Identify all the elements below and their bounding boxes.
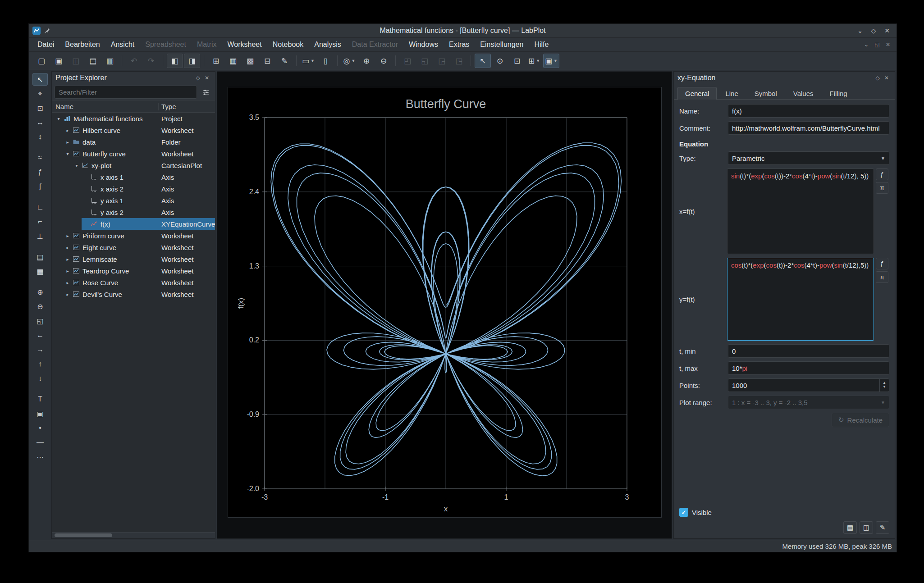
filter-options-icon[interactable] <box>200 86 212 98</box>
menu-datei[interactable]: Datei <box>32 39 59 50</box>
menu-windows[interactable]: Windows <box>404 39 443 50</box>
add-point-tool[interactable]: • <box>32 422 48 434</box>
menu-notebook[interactable]: Notebook <box>268 39 309 50</box>
maximize-button[interactable]: ◇ <box>868 26 879 36</box>
navigate-mode-button[interactable]: ⊙ <box>492 54 508 68</box>
column-header-type[interactable]: Type <box>158 103 215 110</box>
zoom-y-select-tool[interactable]: ↕ <box>32 131 48 143</box>
chevron-down-icon[interactable]: ▼ <box>536 59 540 63</box>
zoom-button[interactable]: ◎▼ <box>341 54 357 68</box>
tmin-field[interactable]: 0 <box>728 344 889 358</box>
close-button[interactable]: ✕ <box>881 26 893 36</box>
add-reference-line-tool[interactable]: ― <box>32 436 48 449</box>
print-preview-button[interactable]: ▥ <box>102 54 118 68</box>
mdi-close-button[interactable]: ✕ <box>883 40 893 49</box>
save-icon-button[interactable]: ◫ <box>860 521 873 534</box>
add-image-tool[interactable]: ▣ <box>32 407 48 420</box>
insert-constant-button[interactable]: π <box>876 182 888 194</box>
expander-icon[interactable]: ▾ <box>55 116 63 121</box>
menu-hilfe[interactable]: Hilfe <box>529 39 553 50</box>
pin-icon[interactable] <box>44 27 50 34</box>
tree-item-y-axis-1[interactable]: y axis 1Axis <box>52 195 215 206</box>
expander-icon[interactable]: ▾ <box>64 151 72 156</box>
expander-icon[interactable]: ▸ <box>64 140 72 145</box>
menu-bearbeiten[interactable]: Bearbeiten <box>60 39 105 50</box>
new-matrix-button[interactable]: ▦ <box>225 54 241 68</box>
add-curve-tool[interactable]: ≈ <box>32 151 48 164</box>
shift-left-tool[interactable]: ← <box>32 329 48 342</box>
export-data-button[interactable]: ⊟ <box>259 54 275 68</box>
zoom-fit-tool[interactable]: ◱ <box>32 314 48 327</box>
import-data-button[interactable]: ▩ <box>242 54 258 68</box>
expander-icon[interactable]: ▸ <box>64 257 72 262</box>
menu-worksheet[interactable]: Worksheet <box>223 39 267 50</box>
zoom-x-select-tool[interactable]: ↔ <box>32 116 48 129</box>
expander-icon[interactable]: ▸ <box>64 245 72 250</box>
tree-item-lemniscate[interactable]: ▸LemniscateWorksheet <box>52 253 215 265</box>
tree-item-teardrop-curve[interactable]: ▸Teardrop CurveWorksheet <box>52 265 215 277</box>
chevron-down-icon[interactable]: ▼ <box>351 59 355 63</box>
file-icon-button[interactable]: ▤ <box>843 521 857 534</box>
tile-windows-button[interactable]: ◧ <box>167 54 183 68</box>
mdi-minimize-button[interactable]: ⌄ <box>861 40 871 49</box>
scrollbar-thumb[interactable] <box>55 533 112 537</box>
chevron-down-icon[interactable]: ▼ <box>311 59 315 63</box>
tree-item-mathematical-functions[interactable]: ▾Mathematical functionsProject <box>52 113 215 124</box>
insert-constant-button[interactable]: π <box>876 271 888 283</box>
expander-icon[interactable]: ▸ <box>64 292 72 297</box>
more-tools[interactable]: ⋯ <box>32 451 48 463</box>
tree-item-rose-curve[interactable]: ▸Rose CurveWorksheet <box>52 277 215 288</box>
menu-ansicht[interactable]: Ansicht <box>106 39 139 50</box>
menu-extras[interactable]: Extras <box>444 39 474 50</box>
tree-item-eight-curve[interactable]: ▸Eight curveWorksheet <box>52 241 215 253</box>
expander-icon[interactable]: ▸ <box>64 233 72 238</box>
tree-item-hilbert-curve[interactable]: ▸Hilbert curveWorksheet <box>52 124 215 136</box>
add-legend-tool[interactable]: ▤ <box>32 251 48 263</box>
name-field[interactable] <box>728 104 889 118</box>
tab-general[interactable]: General <box>677 87 717 100</box>
tab-filling[interactable]: Filling <box>822 87 855 100</box>
add-equation-curve-tool[interactable]: ƒ <box>32 166 48 178</box>
shift-right-tool[interactable]: → <box>32 343 48 356</box>
expander-icon[interactable]: ▸ <box>64 269 72 273</box>
column-header-name[interactable]: Name <box>52 103 158 110</box>
horizontal-scrollbar[interactable] <box>52 532 215 538</box>
zoom-in-button[interactable]: ⊕ <box>358 54 375 68</box>
tab-line[interactable]: Line <box>718 87 746 100</box>
dock-close-icon[interactable]: ✕ <box>882 75 891 81</box>
expander-icon[interactable]: ▸ <box>64 280 72 285</box>
add-grid-tool[interactable]: ▦ <box>32 265 48 278</box>
add-text-label-tool[interactable]: T <box>32 393 48 405</box>
butterfly-curve[interactable] <box>271 143 621 476</box>
tree-item-f-x[interactable]: f(x)XYEquationCurve <box>52 218 215 230</box>
search-input[interactable] <box>55 86 197 99</box>
tree-item-xy-plot[interactable]: ▾xy-plotCartesianPlot <box>52 159 215 171</box>
tree-item-data[interactable]: ▸dataFolder <box>52 136 215 148</box>
zoom-select-tool[interactable]: ⊡ <box>32 102 48 114</box>
insert-function-button[interactable]: ƒ <box>876 258 888 269</box>
open-project-button[interactable]: ▣ <box>50 54 67 68</box>
menu-analysis[interactable]: Analysis <box>309 39 346 50</box>
tree-item-devil-s-curve[interactable]: ▸Devil's CurveWorksheet <box>52 288 215 300</box>
menu-einstellungen[interactable]: Einstellungen <box>475 39 528 50</box>
expander-icon[interactable]: ▾ <box>73 163 81 168</box>
expander-icon[interactable]: ▸ <box>64 128 72 133</box>
type-combobox[interactable]: Parametric ▼ <box>728 151 889 165</box>
tree-item-piriform-curve[interactable]: ▸Piriform curveWorksheet <box>52 230 215 241</box>
color-theme-button[interactable]: ✎ <box>276 54 293 68</box>
tab-symbol[interactable]: Symbol <box>747 87 785 100</box>
tree-item-x-axis-2[interactable]: x axis 2Axis <box>52 183 215 195</box>
box-zoom-in-tool[interactable]: ⊕ <box>32 286 48 298</box>
x-equation-field[interactable]: sin(t)*(exp(cos(t))-2*cos(4*t)-pow(sin(t… <box>727 169 874 254</box>
visible-checkbox[interactable]: ✓ <box>679 508 688 517</box>
butterfly-plot[interactable]: -3-1133.52.41.30.2-0.9-2.0Butterfly Curv… <box>228 87 660 516</box>
comment-field[interactable] <box>728 121 889 135</box>
layout-mode-button[interactable]: ▣▼ <box>543 54 559 68</box>
shift-up-tool[interactable]: ↑ <box>32 358 48 370</box>
dock-float-icon[interactable]: ◇ <box>873 75 882 81</box>
y-equation-field[interactable]: cos(t)*(exp(cos(t))-2*cos(4*t)-pow(sin(t… <box>727 258 874 341</box>
zoom-out-button[interactable]: ⊖ <box>375 54 392 68</box>
add-plot-button[interactable]: ⊞▼ <box>526 54 542 68</box>
new-spreadsheet-button[interactable]: ⊞ <box>208 54 224 68</box>
tab-values[interactable]: Values <box>786 87 821 100</box>
